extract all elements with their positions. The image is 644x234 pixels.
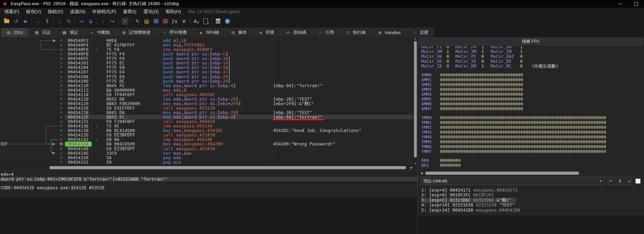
argument-row[interactable]: 4: [esp+10] 02321E58 02321E58 "TEST" bbox=[421, 203, 644, 207]
run-to-user-code-icon[interactable]: ⇒ bbox=[77, 17, 86, 26]
info-line-highlighted[interactable]: dword ptr ss:[ebp-04]=[0019F2F8 &"fortra… bbox=[0, 177, 417, 182]
disasm-comment[interactable] bbox=[272, 146, 413, 151]
tab-trace[interactable]: ∴追蹤 bbox=[406, 28, 434, 37]
disasm-row[interactable]: 004540F200E8add al,ch bbox=[0, 38, 413, 43]
spinner-down-icon[interactable]: ▼ bbox=[610, 180, 612, 183]
register-row[interactable]: MxCsr_UE0MxCsr_PE0MxCsr_DAZ0 bbox=[421, 54, 644, 59]
disasm-bytes[interactable]: 33C0 bbox=[104, 151, 161, 155]
step-over-icon[interactable]: ↻ bbox=[64, 17, 74, 26]
scroll-thumb[interactable] bbox=[425, 172, 579, 175]
disasm-comment[interactable] bbox=[272, 47, 413, 52]
disasm-comment[interactable] bbox=[272, 92, 413, 97]
tab-seh-chain[interactable]: ▲SEH鏈 bbox=[193, 28, 224, 37]
register-row[interactable]: DR000000000 bbox=[421, 158, 644, 163]
hide-fpu-button[interactable]: 隱藏 FPU bbox=[419, 38, 643, 45]
disasm-comment[interactable]: [ebp-04]:"fortran!" bbox=[272, 83, 413, 88]
arg-count-spinner[interactable]: ▼ 5 ▲ bbox=[608, 177, 632, 185]
tab-script[interactable]: ▤腳本 bbox=[225, 28, 252, 37]
register-row[interactable]: MxCsr_OE0MxCsr_ZE0MxCsr_DE0 bbox=[421, 59, 644, 64]
scroll-thumb[interactable] bbox=[414, 41, 417, 157]
scroll-left-icon[interactable]: ◀ bbox=[421, 172, 423, 175]
tab-call-stack[interactable]: ≡呼叫堆疊 bbox=[156, 28, 192, 37]
horizontal-scrollbar[interactable]: ▶ bbox=[0, 165, 413, 170]
lock-checkbox[interactable] bbox=[635, 179, 641, 184]
disasm-address[interactable]: 0045414E bbox=[65, 151, 92, 155]
register-row[interactable]: XMM400000000000000000000000000000000 bbox=[421, 92, 644, 97]
label-icon[interactable] bbox=[151, 17, 161, 26]
disasm-comment[interactable]: 454200:"Wrong Password!" bbox=[272, 142, 413, 146]
register-row[interactable]: MxCsr_OM1MxCsr_ZM1MxCsr_IM1 bbox=[421, 49, 644, 54]
register-row[interactable]: YMM1000000000000000000000000000000000000… bbox=[421, 120, 644, 125]
register-row[interactable]: YMM5000000000000000000000000000000000000… bbox=[421, 140, 644, 144]
disasm-comment[interactable] bbox=[272, 43, 413, 47]
skip-next-icon[interactable]: ↪ bbox=[108, 17, 117, 26]
maximize-button[interactable] bbox=[628, 0, 644, 8]
disasm-comment[interactable] bbox=[272, 133, 413, 137]
disasm-comment[interactable] bbox=[272, 65, 413, 70]
menu-item-f[interactable]: 檔案(F) bbox=[1, 8, 23, 16]
disasm-comment[interactable] bbox=[272, 79, 413, 83]
register-row[interactable]: XMM000000000000000000000000000000000 bbox=[421, 73, 644, 78]
register-row[interactable]: YMM3000000000000000000000000000000000000… bbox=[421, 130, 644, 135]
computer-icon[interactable] bbox=[201, 17, 210, 26]
step-out-icon[interactable]: ⇊ bbox=[86, 17, 95, 26]
tab-log[interactable]: ▤日誌 bbox=[29, 28, 56, 37]
argument-row[interactable]: 5: [esp+14] 004541D0 easypass.004541D0 bbox=[421, 208, 644, 213]
disasm-row[interactable]: 0045415159pop ecx bbox=[0, 160, 413, 164]
menu-item-v[interactable]: 檢視(V) bbox=[23, 8, 45, 16]
register-row[interactable]: YMM2000000000000000000000000000000000000… bbox=[421, 125, 644, 130]
globe-icon[interactable] bbox=[223, 17, 232, 26]
disasm-comment[interactable] bbox=[272, 119, 413, 124]
disasm-address[interactable]: 00454151 bbox=[65, 160, 92, 164]
comment-icon[interactable]: ▤ bbox=[142, 17, 151, 26]
register-row[interactable]: XMM200000000000000000000000000000000 bbox=[421, 82, 644, 87]
tab-handles[interactable]: ▣Handles bbox=[372, 28, 406, 37]
tab-memory-map[interactable]: ▦記憶體映射 bbox=[116, 28, 156, 37]
disasm-bytes[interactable]: 5A bbox=[104, 155, 161, 160]
menu-item-d[interactable]: 除錯(D) bbox=[45, 8, 67, 16]
calculator-icon[interactable] bbox=[213, 17, 223, 26]
disasm-comment[interactable] bbox=[272, 52, 413, 56]
disasm-address[interactable]: 00454120 bbox=[65, 101, 92, 106]
menu-item-i[interactable]: 最愛(I) bbox=[119, 8, 140, 16]
disasm-comment[interactable] bbox=[272, 155, 413, 160]
disasm-row[interactable]: 00454149E8 E238FDFFcall easypass.427A30 bbox=[0, 146, 413, 151]
highlight-az-icon[interactable]: A₂ bbox=[192, 17, 201, 26]
argument-row[interactable]: 3: [esp+C] 02323D6C 02323D6C &"壓C" bbox=[421, 198, 644, 203]
hash-icon[interactable]: # bbox=[179, 17, 189, 26]
animate-into-icon[interactable]: S bbox=[120, 17, 129, 26]
disasm-address[interactable]: 00454150 bbox=[65, 155, 92, 160]
disasm-instruction[interactable]: pop ecx bbox=[161, 160, 272, 164]
disasm-bytes[interactable]: 59 bbox=[104, 160, 161, 164]
register-row[interactable]: YMM4000000000000000000000000000000000000… bbox=[421, 135, 644, 140]
register-row[interactable]: MxCsr_IE0MxCsr_DM1MxCsr_RC0 (向最近偶數) bbox=[421, 64, 644, 69]
disasm-address[interactable]: 0045411D bbox=[65, 97, 92, 101]
menu-item-o[interactable]: 選項(O) bbox=[140, 8, 162, 16]
stop-icon[interactable]: ■ bbox=[21, 17, 30, 26]
spinner-up-icon[interactable]: ▲ bbox=[628, 180, 630, 183]
disasm-comment[interactable]: [ebx+2F8]:&"壓C" bbox=[272, 101, 413, 106]
menu-item-p[interactable]: 外掛程式(P) bbox=[89, 8, 119, 16]
register-row[interactable]: XMM500000000000000000000000000000000 bbox=[421, 97, 644, 102]
disasm-comment[interactable] bbox=[272, 70, 413, 74]
register-row[interactable]: XMM100000000000000000000000000000000 bbox=[421, 78, 644, 82]
register-row[interactable]: YMM7000000000000000000000000000000000000… bbox=[421, 149, 644, 154]
breakpoint-icon[interactable] bbox=[60, 142, 63, 145]
disasm-address[interactable]: 00454149 bbox=[65, 146, 92, 151]
disasm-comment[interactable] bbox=[272, 61, 413, 65]
disasm-comment[interactable] bbox=[272, 74, 413, 79]
column-divider[interactable] bbox=[92, 37, 92, 165]
vertical-scrollbar[interactable]: ▲ ▼ bbox=[413, 37, 417, 165]
step-into-icon[interactable]: ↓ bbox=[55, 17, 64, 26]
disasm-address[interactable]: 00454110 bbox=[65, 83, 92, 88]
tab-notes[interactable]: ▤筆記 bbox=[56, 28, 84, 37]
scroll-down-icon[interactable]: ▼ bbox=[414, 162, 417, 165]
scroll-up-icon[interactable]: ▲ bbox=[414, 37, 417, 40]
disasm-comment[interactable] bbox=[272, 160, 413, 164]
argument-row[interactable]: 1: [esp+4] 00454171 easypass.00454171 bbox=[421, 188, 644, 193]
patch-icon[interactable]: ✎ bbox=[133, 17, 142, 26]
register-row[interactable]: XMM300000000000000000000000000000000 bbox=[421, 87, 644, 92]
disasm-address[interactable]: 00454107 bbox=[65, 70, 92, 74]
scroll-right-icon[interactable]: ▶ bbox=[411, 166, 413, 169]
disasm-comment[interactable] bbox=[272, 88, 413, 92]
